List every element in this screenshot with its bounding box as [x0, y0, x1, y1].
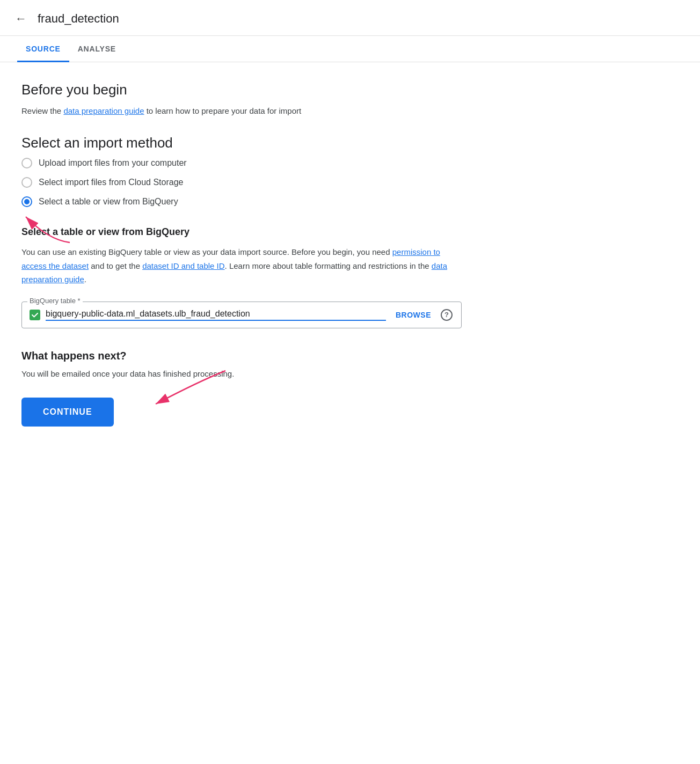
page-header: ← fraud_detection — [0, 0, 700, 36]
bigquery-table-label: BigQuery table * — [27, 297, 83, 305]
import-method-title: Select an import method — [21, 135, 462, 151]
bigquery-section-title: Select a table or view from BigQuery — [21, 226, 462, 238]
before-you-begin-title: Before you begin — [21, 82, 462, 98]
continue-button[interactable]: CONTINUE — [21, 398, 114, 427]
what-happens-next-section: What happens next? You will be emailed o… — [21, 350, 462, 427]
main-content: Before you begin Review the data prepara… — [0, 62, 483, 459]
radio-upload[interactable]: Upload import files from your computer — [21, 158, 462, 168]
what-next-desc: You will be emailed once your data has f… — [21, 368, 462, 380]
radio-cloud-circle — [21, 177, 32, 188]
radio-upload-circle — [21, 158, 32, 168]
radio-bigquery-circle — [21, 196, 32, 207]
before-you-begin-desc: Review the data preparation guide to lea… — [21, 105, 462, 117]
check-icon — [31, 311, 39, 319]
help-icon[interactable]: ? — [441, 309, 453, 321]
tab-analyse[interactable]: ANALYSE — [69, 36, 125, 62]
import-method-options: Upload import files from your computer S… — [21, 158, 462, 207]
bigquery-table-input-group: BigQuery table * BROWSE ? — [21, 302, 462, 328]
browse-button[interactable]: BROWSE — [391, 308, 435, 321]
bigquery-section-desc: You can use an existing BigQuery table o… — [21, 245, 462, 286]
radio-upload-label: Upload import files from your computer — [39, 158, 187, 168]
page-title: fraud_detection — [38, 12, 119, 26]
bigquery-checkbox-icon — [30, 310, 40, 320]
tab-source[interactable]: SOURCE — [17, 36, 69, 62]
data-prep-guide-link-1[interactable]: data preparation guide — [63, 106, 144, 115]
radio-bigquery-label: Select a table or view from BigQuery — [39, 197, 178, 207]
back-button[interactable]: ← — [13, 10, 29, 28]
dataset-id-link[interactable]: dataset ID and table ID — [142, 261, 224, 270]
tab-bar: SOURCE ANALYSE — [0, 36, 700, 62]
what-next-title: What happens next? — [21, 350, 462, 362]
radio-cloud[interactable]: Select import files from Cloud Storage — [21, 177, 462, 188]
bigquery-table-field[interactable] — [46, 309, 386, 321]
radio-cloud-label: Select import files from Cloud Storage — [39, 178, 183, 187]
back-arrow-icon: ← — [15, 12, 27, 26]
radio-bigquery[interactable]: Select a table or view from BigQuery — [21, 196, 462, 207]
